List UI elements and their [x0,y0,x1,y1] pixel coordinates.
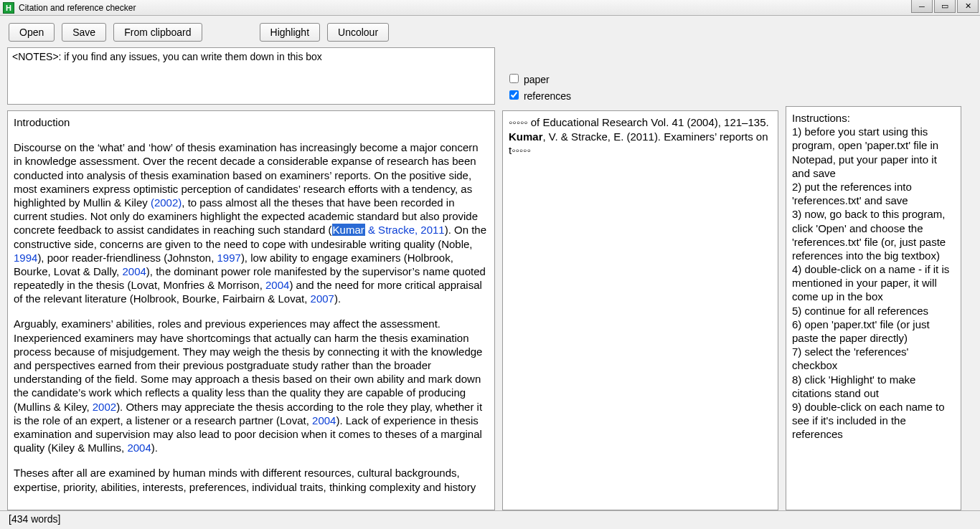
paper-paragraph-3: Theses after all are examined by human m… [14,466,489,493]
instructions-title: Instructions: [792,111,955,125]
reference-line: Kumar, V. & Stracke, E. (2011). Examiner… [509,130,772,158]
close-icon: ✕ [965,1,971,11]
status-bar: [434 words] [0,510,980,528]
instruction-step: 9) double-click on each name to see if i… [792,400,955,442]
paper-paragraph-1: Discourse on the ‘what’ and ‘how’ of the… [14,140,489,305]
minimize-icon: ─ [919,2,925,11]
citation-year: (2002) [151,196,182,209]
mode-checkboxes: paper references [502,47,778,110]
maximize-icon: ▭ [941,1,948,11]
paper-textbox[interactable]: Introduction Discourse on the ‘what’ and… [7,110,495,510]
titlebar: H Citation and reference checker ─ ▭ ✕ [0,0,980,16]
open-button[interactable]: Open [9,23,55,42]
instruction-step: 5) continue for all references [792,304,955,318]
close-button[interactable]: ✕ [957,0,979,13]
from-clipboard-button[interactable]: From clipboard [113,23,202,42]
instruction-step: 1) before you start using this program, … [792,125,955,180]
citation-highlighted: Kumar [332,224,365,236]
paper-paragraph-2: Arguably, examiners’ abilities, roles an… [14,317,489,454]
references-checkbox-label[interactable]: references [507,88,774,102]
references-checkbox[interactable] [509,90,519,100]
app-icon: H [3,2,14,14]
toolbar: Open Save From clipboard Highlight Uncol… [0,16,980,47]
reference-line: ◦◦◦◦◦ of Educational Research Vol. 41 (2… [509,115,772,130]
paper-checkbox-label[interactable]: paper [507,72,774,85]
uncolour-button[interactable]: Uncolour [327,23,389,42]
window-controls: ─ ▭ ✕ [910,0,979,13]
instruction-step: 7) select the 'references' checkbox [792,345,955,372]
instruction-step: 6) open 'paper.txt' file (or just paste … [792,318,955,345]
notes-textarea[interactable]: <NOTES>: if you find any issues, you can… [7,47,495,105]
references-textbox[interactable]: ◦◦◦◦◦ of Educational Research Vol. 41 (2… [502,110,778,510]
paper-checkbox[interactable] [509,74,519,83]
instructions-box[interactable]: Instructions: 1) before you start using … [786,106,961,510]
minimize-button[interactable]: ─ [911,0,933,13]
instruction-step: 4) double-click on a name - if it is men… [792,262,955,304]
save-button[interactable]: Save [62,23,106,42]
highlight-button[interactable]: Highlight [260,23,320,42]
instruction-step: 3) now, go back to this program, click '… [792,207,955,262]
instruction-step: 2) put the references into 'references.t… [792,180,955,207]
maximize-button[interactable]: ▭ [934,0,956,13]
paper-heading: Introduction [14,115,489,129]
word-count: [434 words] [9,513,60,525]
instruction-step: 8) click 'Highlight' to make citations s… [792,373,955,400]
window-title: Citation and reference checker [19,3,136,13]
